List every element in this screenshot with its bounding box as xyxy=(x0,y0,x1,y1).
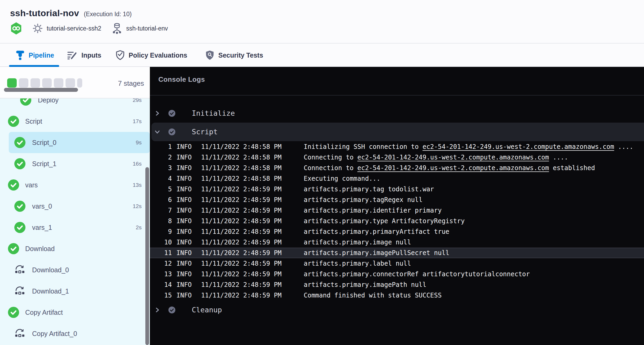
log-message: artifacts.primary.imagePath null xyxy=(304,279,641,290)
stage-progress-square xyxy=(31,78,40,88)
success-check-icon xyxy=(14,201,25,212)
stage-label: vars_0 xyxy=(32,196,52,217)
log-line-7: 7INFO11/11/2022 2:48:59 PMartifacts.prim… xyxy=(150,205,644,216)
stage-row-copy-artifact-0[interactable]: Copy Artifact_0 xyxy=(0,323,150,344)
log-message: Connection to ec2-54-201-142-249.us-west… xyxy=(304,163,641,173)
stage-row-script-1[interactable]: Script_116s xyxy=(0,153,150,174)
stage-duration: 9s xyxy=(136,132,142,153)
horizontal-scrollbar[interactable] xyxy=(4,88,78,92)
tab-security-tests[interactable]: Security Tests xyxy=(205,44,263,66)
log-host-link[interactable]: ec2-54-201-142-249.us-west-2.compute.ama… xyxy=(423,143,614,150)
log-text: .... xyxy=(549,154,568,161)
environment-name[interactable]: ssh-tutorial-env xyxy=(126,25,168,32)
log-host-link[interactable]: ec2-54-201-142-249.us-west-2.compute.ama… xyxy=(357,164,549,172)
log-timestamp: 11/11/2022 2:48:58 PM xyxy=(201,163,281,173)
console-header-divider xyxy=(150,95,644,96)
stage-duration: 13s xyxy=(133,174,142,196)
log-level: INFO xyxy=(176,163,192,173)
log-line-11: 11INFO11/11/2022 2:48:59 PMartifacts.pri… xyxy=(150,248,644,258)
stage-label: Script_0 xyxy=(32,132,56,153)
success-check-icon xyxy=(8,243,19,254)
log-level: INFO xyxy=(176,141,192,152)
log-text: Command finished with status SUCCESS xyxy=(304,292,442,299)
stage-row-download-0[interactable]: Download_0 xyxy=(0,259,150,281)
log-text: Executing command... xyxy=(304,175,380,182)
log-line-number: 2 xyxy=(150,152,172,163)
stage-row-script-0[interactable]: Script_09s xyxy=(0,132,150,153)
log-message: artifacts.primary.identifier primary xyxy=(304,205,641,216)
pipeline-icon xyxy=(15,50,25,61)
execution-meta-row: tutorial-service-ssh2 ssh-tutorial-env xyxy=(10,22,168,34)
service-name[interactable]: tutorial-service-ssh2 xyxy=(47,25,101,32)
console-section-initialize[interactable]: Initialize xyxy=(151,104,644,123)
log-line-3: 3INFO11/11/2022 2:48:58 PMConnection to … xyxy=(150,163,644,173)
success-check-icon xyxy=(20,98,31,106)
log-timestamp: 11/11/2022 2:48:59 PM xyxy=(201,216,281,226)
stage-label: Copy Artifact_0 xyxy=(32,323,77,344)
execution-content: 7 stages Deploy29s Script17s Script_09s … xyxy=(0,67,644,345)
success-check-icon xyxy=(8,307,19,318)
log-timestamp: 11/11/2022 2:48:59 PM xyxy=(201,226,281,237)
stage-row-copy-artifact[interactable]: Copy Artifact xyxy=(0,302,150,323)
chevron-right-icon[interactable] xyxy=(154,307,160,313)
log-text: artifacts.primary.type ArtifactoryRegist… xyxy=(304,217,465,225)
log-level: INFO xyxy=(176,279,192,290)
log-message: artifacts.primary.tag todolist.war xyxy=(304,184,641,195)
tab-label: Inputs xyxy=(81,51,101,59)
active-tab-underline xyxy=(9,65,59,67)
console-logs-title: Console Logs xyxy=(158,75,205,84)
log-level: INFO xyxy=(176,290,192,301)
log-message: artifacts.primary.connectorRef artifacto… xyxy=(304,269,641,279)
stage-progress-bar xyxy=(7,78,82,88)
stage-row-download[interactable]: Download xyxy=(0,238,150,259)
stages-sidebar: 7 stages Deploy29s Script17s Script_09s … xyxy=(0,67,150,345)
log-message: artifacts.primary.imagePullSecret null xyxy=(304,248,641,258)
stage-duration: 29s xyxy=(133,98,142,111)
tab-pipeline[interactable]: Pipeline xyxy=(15,44,54,66)
chevron-right-icon[interactable] xyxy=(154,110,160,116)
stage-row-vars-1[interactable]: vars_12s xyxy=(0,217,150,238)
stage-row-vars[interactable]: vars13s xyxy=(0,174,150,196)
success-check-icon xyxy=(168,110,175,117)
log-line-number: 12 xyxy=(150,258,172,269)
stage-row-vars-0[interactable]: vars_012s xyxy=(0,196,150,217)
stage-label: Download_1 xyxy=(32,281,69,302)
log-message: Command finished with status SUCCESS xyxy=(304,290,641,301)
stage-row-download-1[interactable]: Download_1 xyxy=(0,281,150,302)
success-check-icon xyxy=(14,222,25,233)
console-section-cleanup[interactable]: Cleanup xyxy=(151,301,644,319)
log-message: artifacts.primary.type ArtifactoryRegist… xyxy=(304,216,641,226)
log-timestamp: 11/11/2022 2:48:59 PM xyxy=(201,184,281,195)
log-text: artifacts.primary.identifier primary xyxy=(304,207,442,214)
tab-inputs[interactable]: Inputs xyxy=(67,44,101,66)
log-text: artifacts.primary.label null xyxy=(304,260,411,267)
success-check-icon xyxy=(168,307,175,313)
log-level: INFO xyxy=(176,152,192,163)
tab-label: Policy Evaluations xyxy=(129,51,187,59)
log-line-4: 4INFO11/11/2022 2:48:58 PMExecuting comm… xyxy=(150,173,644,184)
log-message: artifacts.primary.image null xyxy=(304,237,641,248)
log-line-number: 1 xyxy=(150,141,172,152)
log-timestamp: 11/11/2022 2:48:58 PM xyxy=(201,173,281,184)
log-line-8: 8INFO11/11/2022 2:48:59 PMartifacts.prim… xyxy=(150,216,644,226)
chevron-down-icon[interactable] xyxy=(154,129,160,135)
log-message: Initializing SSH connection to ec2-54-20… xyxy=(304,141,641,152)
stage-row-deploy[interactable]: Deploy29s xyxy=(0,98,150,111)
tab-policy-evaluations[interactable]: Policy Evaluations xyxy=(115,44,187,66)
log-timestamp: 11/11/2022 2:48:59 PM xyxy=(201,237,281,248)
log-line-6: 6INFO11/11/2022 2:48:59 PMartifacts.prim… xyxy=(150,195,644,205)
console-section-script[interactable]: Script xyxy=(151,123,644,141)
stage-duration: 2s xyxy=(136,217,142,238)
log-timestamp: 11/11/2022 2:48:59 PM xyxy=(201,279,281,290)
stage-row-script[interactable]: Script17s xyxy=(0,111,150,132)
log-message: artifacts.primary.primaryArtifact true xyxy=(304,226,641,237)
log-text: artifacts.primary.imagePullSecret null xyxy=(304,249,449,257)
stage-label: vars_1 xyxy=(32,217,52,238)
service-gear-icon xyxy=(32,23,43,34)
stage-duration: 17s xyxy=(133,111,142,132)
log-line-12: 12INFO11/11/2022 2:48:59 PMartifacts.pri… xyxy=(150,258,644,269)
log-host-link[interactable]: ec2-54-201-142-249.us-west-2.compute.ama… xyxy=(357,154,549,161)
vertical-scrollbar[interactable] xyxy=(145,167,149,345)
log-line-2: 2INFO11/11/2022 2:48:58 PMConnecting to … xyxy=(150,152,644,163)
pipeline-execution-page: ssh-tutorial-nov (Execution Id: 10) xyxy=(0,0,644,345)
